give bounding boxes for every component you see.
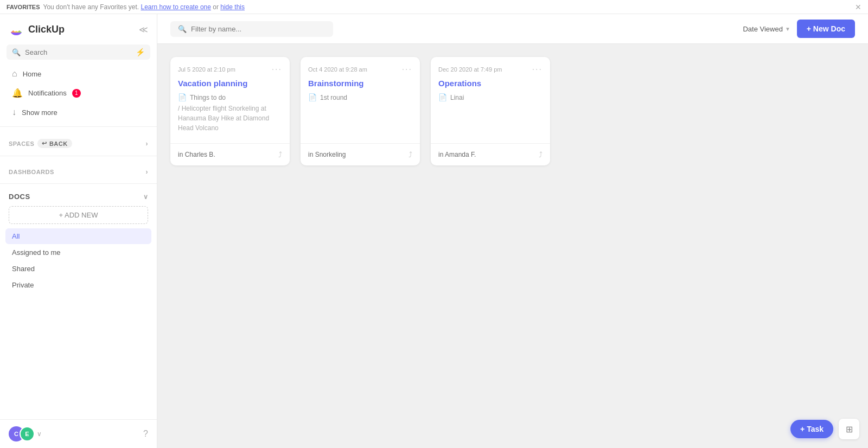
sort-label: Date Viewed [743, 25, 782, 33]
docs-nav-shared[interactable]: Shared [5, 261, 151, 277]
new-doc-button[interactable]: + New Doc [797, 20, 855, 38]
cards-area: Jul 5 2020 at 2:10 pm ··· Vacation plann… [157, 44, 868, 448]
card-1-menu-button[interactable]: ··· [272, 65, 282, 74]
card-2-body: 📄 1st round [301, 93, 420, 138]
new-doc-label: + New Doc [807, 24, 845, 33]
lightning-icon: ⚡ [136, 48, 145, 56]
filter-input[interactable] [191, 25, 326, 33]
add-new-button[interactable]: + ADD NEW [9, 206, 148, 224]
card-1-sub-label: Things to do [190, 94, 226, 101]
card-3-timestamp: Dec 20 2020 at 7:49 pm [438, 66, 502, 73]
docs-chevron-icon: ∨ [143, 193, 149, 201]
collapse-sidebar-button[interactable]: ≪ [139, 24, 148, 35]
docs-nav-all[interactable]: All [5, 228, 151, 244]
spaces-header[interactable]: SPACES ↩ Back › [5, 136, 151, 151]
card-3-owner: in Amanda F. [438, 151, 476, 158]
logo-text: ClickUp [28, 24, 65, 35]
card-1-body-text: / Helicopter flight Snorkeling at Hanaum… [178, 104, 282, 133]
logo-icon [9, 22, 24, 37]
card-2-header: Oct 4 2020 at 9:28 am ··· [301, 57, 420, 79]
spaces-section: SPACES ↩ Back › [0, 136, 157, 151]
card-2-owner: in Snorkeling [308, 151, 346, 158]
sidebar: ClickUp ≪ 🔍 ⚡ ⌂ Home 🔔 Notifications 1 ↓… [0, 14, 157, 448]
doc-card-2: Oct 4 2020 at 9:28 am ··· Brainstorming … [301, 57, 420, 165]
cards-grid: Jul 5 2020 at 2:10 pm ··· Vacation plann… [170, 57, 855, 165]
dashboards-header[interactable]: DASHBOARDS › [5, 165, 151, 179]
add-task-label: + Task [800, 425, 824, 433]
add-new-label: + ADD NEW [59, 211, 98, 219]
docs-private-label: Private [12, 281, 34, 289]
back-icon: ↩ [42, 140, 47, 147]
add-task-button[interactable]: + Task [790, 420, 833, 438]
card-3-footer: in Amanda F. ⤴ [431, 143, 550, 165]
sidebar-item-notifications[interactable]: 🔔 Notifications 1 [3, 84, 154, 103]
favorites-message: You don't have any Favorites yet. [43, 3, 139, 11]
help-icon[interactable]: ? [143, 429, 148, 439]
card-2-timestamp: Oct 4 2020 at 9:28 am [308, 66, 367, 73]
card-2-sub-label: 1st round [320, 94, 347, 101]
favorites-bar: FAVORITES You don't have any Favorites y… [0, 0, 868, 14]
card-1-share-icon[interactable]: ⤴ [278, 150, 282, 159]
grid-icon: ⊞ [846, 424, 853, 434]
card-1-header: Jul 5 2020 at 2:10 pm ··· [170, 57, 290, 79]
avatar-group[interactable]: C E ∨ [9, 426, 42, 441]
card-3-header: Dec 20 2020 at 7:49 pm ··· [431, 57, 550, 79]
favorites-hide-link[interactable]: hide this [220, 3, 245, 11]
sidebar-header: ClickUp ≪ [0, 14, 157, 44]
home-label: Home [23, 70, 42, 78]
logo[interactable]: ClickUp [9, 22, 65, 37]
spaces-label: SPACES [9, 140, 34, 147]
show-more-label: Show more [22, 108, 58, 117]
divider-1 [0, 126, 157, 127]
bottom-bar: + Task ⊞ [790, 419, 859, 439]
spaces-chevron-icon: › [146, 140, 149, 148]
date-sort-button[interactable]: Date Viewed ▼ [743, 25, 790, 33]
divider-2 [0, 156, 157, 156]
docs-nav-private[interactable]: Private [5, 277, 151, 293]
doc-icon-3: 📄 [438, 93, 447, 101]
card-2-title[interactable]: Brainstorming [301, 79, 420, 93]
divider-3 [0, 183, 157, 184]
card-2-sub-item: 📄 1st round [308, 93, 412, 101]
sort-chevron-icon: ▼ [785, 26, 790, 32]
search-icon: 🔍 [12, 48, 21, 56]
card-2-menu-button[interactable]: ··· [402, 65, 412, 74]
docs-header[interactable]: DOCS ∨ [5, 188, 151, 204]
notifications-label: Notifications [28, 89, 67, 97]
doc-card-1: Jul 5 2020 at 2:10 pm ··· Vacation plann… [170, 57, 290, 165]
sidebar-item-show-more[interactable]: ↓ Show more [3, 103, 154, 121]
dashboards-label: DASHBOARDS [9, 169, 54, 175]
card-3-share-icon[interactable]: ⤴ [539, 150, 542, 159]
favorites-learn-link[interactable]: Learn how to create one [141, 3, 211, 11]
doc-card-3: Dec 20 2020 at 7:49 pm ··· Operations 📄 … [431, 57, 550, 165]
sidebar-nav: ⌂ Home 🔔 Notifications 1 ↓ Show more [0, 64, 157, 122]
notifications-badge: 1 [72, 89, 81, 98]
back-button[interactable]: ↩ Back [37, 139, 72, 148]
dashboards-section: DASHBOARDS › [0, 165, 157, 179]
search-input[interactable] [25, 48, 131, 56]
sidebar-search[interactable]: 🔍 ⚡ [7, 44, 150, 60]
back-label: Back [49, 140, 68, 147]
docs-nav-assigned[interactable]: Assigned to me [5, 245, 151, 260]
card-3-menu-button[interactable]: ··· [532, 65, 542, 74]
favorites-label: FAVORITES [7, 4, 40, 10]
card-3-body: 📄 Linai [431, 93, 550, 138]
card-3-title[interactable]: Operations [431, 79, 550, 93]
card-3-sub-label: Linai [450, 94, 464, 101]
grid-view-button[interactable]: ⊞ [839, 419, 859, 439]
docs-label: DOCS [9, 193, 30, 201]
avatar-chevron-icon[interactable]: ∨ [37, 430, 42, 438]
dashboards-chevron-icon: › [146, 168, 149, 176]
sidebar-footer: C E ∨ ? [0, 419, 157, 448]
sidebar-item-home[interactable]: ⌂ Home [3, 65, 154, 83]
filter-input-container[interactable]: 🔍 [170, 21, 333, 37]
favorites-close-icon[interactable]: ✕ [855, 3, 861, 11]
card-1-owner: in Charles B. [178, 151, 215, 158]
card-1-title[interactable]: Vacation planning [170, 79, 290, 93]
avatar-e: E [20, 426, 35, 441]
filter-icon: 🔍 [178, 25, 187, 33]
doc-icon-1: 📄 [178, 93, 187, 101]
toolbar: 🔍 Date Viewed ▼ + New Doc [157, 14, 868, 44]
card-2-share-icon[interactable]: ⤴ [409, 150, 412, 159]
card-1-timestamp: Jul 5 2020 at 2:10 pm [178, 66, 235, 73]
